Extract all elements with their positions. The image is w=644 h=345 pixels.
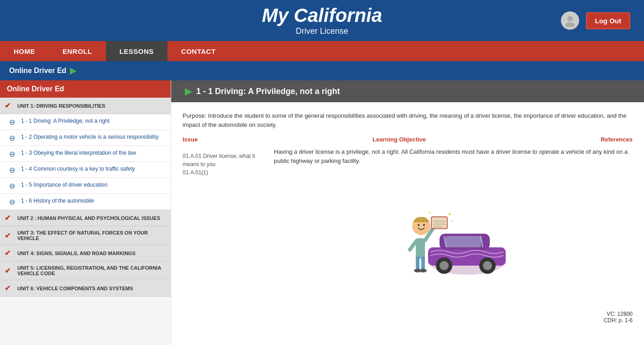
purpose-text: Purpose: Introduce the student to some o… [183, 111, 633, 129]
lesson-1-4-label: 1 - 4 Common courtesy is a key to traffi… [21, 165, 135, 173]
columns-header: Issue Learning Objective References [183, 136, 633, 143]
svg-text:✦: ✦ [428, 211, 431, 215]
sidebar-lesson-1-5[interactable]: ⊖ 1 - 5 Importance of driver education [0, 178, 171, 194]
right-column: Having a driver license is a privilege, … [274, 147, 633, 286]
sidebar-lesson-1-1[interactable]: ⊖ 1 - 1 Driving: A Priviledge, not a rig… [0, 114, 171, 130]
svg-text:✦: ✦ [448, 212, 451, 217]
col-references-label: References [601, 136, 633, 143]
sidebar-unit-1[interactable]: ✔ UNIT 1: DRIVING RESPONSIBILITIES [0, 98, 171, 114]
nav-contact[interactable]: CONTACT [168, 41, 230, 61]
lesson-1-1-label: 1 - 1 Driving: A Priviledge, not a right [21, 117, 110, 125]
site-title: My California Driver License [262, 5, 382, 36]
content-title: 1 - 1 Driving: A Priviledge, not a right [196, 87, 340, 96]
footer-ref-vc: VC: 12800 [604, 311, 633, 317]
svg-point-18 [418, 224, 419, 226]
main-nav: HOME ENROLL LESSONS CONTACT [0, 41, 644, 61]
unit6-check-icon: ✔ [5, 284, 14, 293]
nav-home[interactable]: HOME [0, 41, 49, 61]
unit3-check-icon: ✔ [5, 231, 14, 240]
sidebar-lesson-1-3[interactable]: ⊖ 1 - 3 Obeying the literal interpretati… [0, 146, 171, 162]
svg-point-16 [419, 269, 427, 272]
svg-rect-13 [416, 256, 419, 270]
content-columns: 01.A.01 Driver license, what it means to… [183, 147, 633, 286]
breadcrumb-arrow-icon: ▶ [70, 66, 76, 76]
unit4-check-icon: ✔ [5, 249, 14, 257]
sidebar-unit-2[interactable]: ✔ UNIT 2 : HUMAN PHYSICAL AND PSYCHOLOGI… [0, 210, 171, 226]
header-right: Log Out [382, 11, 630, 30]
avatar [561, 11, 579, 30]
lesson-1-6-label: 1 - 6 History of the automobile [21, 197, 94, 205]
sub-title: Driver License [262, 26, 382, 36]
ref-label-line1: 01.A.01 Driver license, what it means to… [183, 153, 255, 167]
unit5-label: UNIT 5: LICENSING, REGISTRATION, AND THE… [17, 265, 166, 276]
sidebar-unit-4[interactable]: ✔ UNIT 4: SIGNS, SIGNALS, AND ROAD MARKI… [0, 245, 171, 261]
content-area: ▶ 1 - 1 Driving: A Priviledge, not a rig… [171, 80, 644, 345]
footer-reference: VC: 12800 CDH: p. 1-6 [604, 311, 633, 324]
main-layout: Online Driver Ed ✔ UNIT 1: DRIVING RESPO… [0, 80, 644, 345]
breadcrumb-bar: Online Driver Ed ▶ [0, 61, 644, 80]
logout-button[interactable]: Log Out [586, 12, 630, 29]
unit1-check-icon: ✔ [5, 101, 14, 110]
lesson-minus-icon: ⊖ [9, 166, 17, 174]
main-content-text: Having a driver license is a privilege, … [274, 147, 633, 165]
svg-point-0 [567, 16, 573, 21]
lesson-1-3-label: 1 - 3 Obeying the literal interpretation… [21, 149, 136, 157]
col-learning-label: Learning Objective [372, 136, 426, 143]
svg-rect-14 [421, 256, 425, 270]
lesson-1-5-label: 1 - 5 Importance of driver education [21, 181, 107, 189]
nav-lessons[interactable]: LESSONS [106, 41, 168, 61]
svg-point-1 [565, 22, 575, 27]
sidebar-lesson-1-2[interactable]: ⊖ 1 - 2 Operating a motor vehicle is a s… [0, 130, 171, 146]
unit3-label: UNIT 3: THE EFFECT OF NATURAL FORCES ON … [17, 230, 166, 241]
content-arrow-icon: ▶ [185, 86, 192, 97]
sidebar-header: Online Driver Ed [0, 80, 171, 98]
unit2-label: UNIT 2 : HUMAN PHYSICAL AND PSYCHOLOGICA… [17, 215, 160, 221]
unit4-label: UNIT 4: SIGNS, SIGNALS, AND ROAD MARKING… [17, 251, 136, 256]
car-illustration: ✦ ✦ ✦ [274, 172, 633, 282]
header: My California Driver License Log Out [0, 0, 644, 41]
sidebar-unit-5[interactable]: ✔ UNIT 5: LICENSING, REGISTRATION, AND T… [0, 261, 171, 280]
lesson-minus-icon: ⊖ [9, 118, 17, 126]
unit1-label: UNIT 1: DRIVING RESPONSIBILITIES [17, 103, 105, 109]
svg-point-19 [423, 224, 425, 226]
sidebar-lesson-1-6[interactable]: ⊖ 1 - 6 History of the automobile [0, 194, 171, 210]
unit6-label: UNIT 6: VEHICLE COMPONENTS AND SYSTEMS [17, 286, 133, 291]
unit5-check-icon: ✔ [5, 267, 14, 275]
svg-rect-7 [445, 236, 481, 247]
lesson-minus-icon: ⊖ [9, 182, 17, 190]
footer-ref-cdh: CDH: p. 1-6 [604, 317, 633, 324]
left-column: 01.A.01 Driver license, what it means to… [183, 147, 265, 286]
sidebar-lesson-1-4[interactable]: ⊖ 1 - 4 Common courtesy is a key to traf… [0, 162, 171, 178]
svg-text:✦: ✦ [451, 220, 454, 223]
ref-label-line2: 01.A.01(1) [183, 169, 208, 176]
nav-enroll[interactable]: ENROLL [49, 41, 106, 61]
lesson-minus-icon: ⊖ [9, 150, 17, 158]
ref-text: 01.A.01 Driver license, what it means to… [183, 152, 265, 177]
unit2-check-icon: ✔ [5, 214, 14, 222]
main-title: My California [262, 5, 382, 26]
col-issue-label: Issue [183, 136, 198, 143]
svg-point-11 [483, 261, 492, 270]
sidebar-unit-3[interactable]: ✔ UNIT 3: THE EFFECT OF NATURAL FORCES O… [0, 226, 171, 245]
breadcrumb-label: Online Driver Ed [9, 67, 66, 75]
svg-line-21 [410, 240, 417, 250]
sidebar: Online Driver Ed ✔ UNIT 1: DRIVING RESPO… [0, 80, 171, 345]
content-wrapper: Purpose: Introduce the student to some o… [171, 102, 644, 330]
lesson-minus-icon: ⊖ [9, 198, 17, 206]
svg-point-9 [440, 261, 449, 270]
sidebar-title: Online Driver Ed [7, 85, 64, 93]
lesson-minus-icon: ⊖ [9, 134, 17, 142]
content-header: ▶ 1 - 1 Driving: A Priviledge, not a rig… [171, 80, 644, 102]
content-body: Purpose: Introduce the student to some o… [171, 102, 644, 295]
sidebar-unit-6[interactable]: ✔ UNIT 6: VEHICLE COMPONENTS AND SYSTEMS [0, 280, 171, 297]
lesson-1-2-label: 1 - 2 Operating a motor vehicle is a ser… [21, 133, 158, 141]
